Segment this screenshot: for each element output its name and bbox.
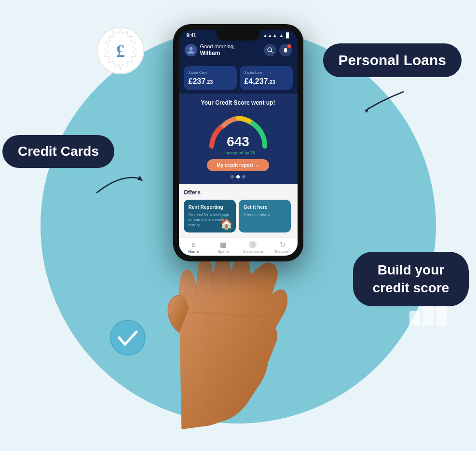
carousel-dots bbox=[184, 175, 293, 178]
offers-section: Offers Rent Reporting No need for a mort… bbox=[179, 184, 298, 238]
notification-badge: 1 bbox=[287, 44, 291, 48]
nav-home-label: Home bbox=[189, 249, 199, 254]
build-credit-label: Build your credit score bbox=[353, 252, 469, 306]
phone-screen: 9:41 ▲▲▲ ▲ ▊ Good morning, bbox=[179, 30, 298, 256]
credit-score-title: Your Credit Score went up! bbox=[184, 99, 293, 106]
notification-button[interactable]: 1 bbox=[279, 44, 292, 56]
accounts-row: Zable Card → £237.23 Zable Loan → bbox=[179, 62, 298, 94]
zable-loan-label: Zable Loan → bbox=[245, 70, 288, 75]
get-here-title: Get it here bbox=[244, 205, 286, 210]
nav-discover[interactable]: ↻ Discover bbox=[268, 241, 298, 254]
status-time: 9:41 bbox=[187, 33, 196, 38]
nav-discover-label: Discover bbox=[275, 249, 290, 254]
rent-reporting-icon: 🏠 bbox=[220, 218, 233, 231]
credit-score-section: Your Credit Score went up! bbox=[179, 94, 298, 184]
greeting-text: Good morning, William bbox=[200, 43, 235, 57]
zable-card-label: Zable Card → bbox=[189, 70, 232, 75]
battery-icon: ▊ bbox=[286, 33, 290, 38]
discover-icon: ↻ bbox=[280, 241, 286, 248]
credit-cards-label: Credit Cards bbox=[2, 135, 114, 168]
zable-loan-account[interactable]: Zable Loan → £4,237.23 bbox=[240, 66, 293, 90]
dot-1[interactable] bbox=[231, 175, 234, 178]
user-name: William bbox=[200, 50, 235, 57]
greeting-area: Good morning, William bbox=[185, 43, 235, 57]
avatar-icon bbox=[185, 44, 197, 56]
get-here-desc: A health rates a bbox=[244, 212, 286, 217]
home-icon: ⌂ bbox=[191, 241, 195, 248]
svg-text:£: £ bbox=[116, 41, 125, 61]
credit-score-nav-icon: ? bbox=[249, 241, 257, 248]
score-increased-label: ↑ Increased by 76 bbox=[184, 150, 293, 155]
offers-title: Offers bbox=[184, 189, 293, 196]
spend-icon: ▦ bbox=[220, 241, 226, 248]
rent-reporting-title: Rent Reporting bbox=[189, 205, 231, 210]
nav-credit-score-label: Credit score bbox=[243, 249, 263, 254]
nav-credit-score[interactable]: ? Credit score bbox=[238, 241, 268, 254]
credit-cards-text: Credit Cards bbox=[18, 144, 99, 159]
svg-point-6 bbox=[189, 47, 192, 50]
credit-score-number: 643 bbox=[227, 135, 249, 149]
nav-spend-label: Spend bbox=[218, 249, 229, 254]
bottom-navigation: ⌂ Home ▦ Spend ? Credit score ↻ Discover bbox=[179, 237, 298, 256]
personal-loans-label: Personal Loans bbox=[323, 43, 462, 77]
bar-2 bbox=[423, 304, 434, 326]
zable-card-account[interactable]: Zable Card → £237.23 bbox=[184, 66, 237, 90]
greeting-line: Good morning, bbox=[200, 43, 235, 50]
dot-3[interactable] bbox=[242, 175, 245, 178]
search-button[interactable] bbox=[264, 44, 276, 56]
bar-1 bbox=[409, 311, 420, 326]
credit-gauge: 643 bbox=[204, 110, 272, 149]
offers-cards: Rent Reporting No need for a mortgage or… bbox=[184, 200, 293, 233]
header-icons: 1 bbox=[264, 44, 292, 56]
nav-home[interactable]: ⌂ Home bbox=[179, 241, 209, 254]
arrow-personal-loans bbox=[351, 82, 408, 121]
zable-card-amount: £237.23 bbox=[189, 77, 232, 86]
svg-line-8 bbox=[271, 51, 272, 53]
phone-notch bbox=[217, 30, 260, 41]
dot-2[interactable] bbox=[236, 175, 240, 178]
wifi-icon: ▲ bbox=[279, 33, 284, 38]
scene: £ Personal Loans Credit Cards Build your… bbox=[0, 0, 476, 451]
app-header: Good morning, William 1 bbox=[179, 39, 298, 62]
get-here-card[interactable]: Get it here A health rates a bbox=[239, 200, 291, 233]
build-credit-text: Build your credit score bbox=[373, 262, 449, 295]
rent-reporting-card[interactable]: Rent Reporting No need for a mortgage or… bbox=[184, 200, 236, 233]
phone-device: 9:41 ▲▲▲ ▲ ▊ Good morning, bbox=[173, 24, 303, 261]
personal-loans-text: Personal Loans bbox=[339, 52, 446, 68]
signal-icon: ▲▲▲ bbox=[263, 33, 277, 38]
phone-hand-area: 9:41 ▲▲▲ ▲ ▊ Good morning, bbox=[137, 14, 340, 424]
zable-loan-amount: £4,237.23 bbox=[245, 77, 288, 86]
credit-report-button[interactable]: My credit report → bbox=[207, 159, 269, 171]
nav-spend[interactable]: ▦ Spend bbox=[208, 241, 238, 254]
